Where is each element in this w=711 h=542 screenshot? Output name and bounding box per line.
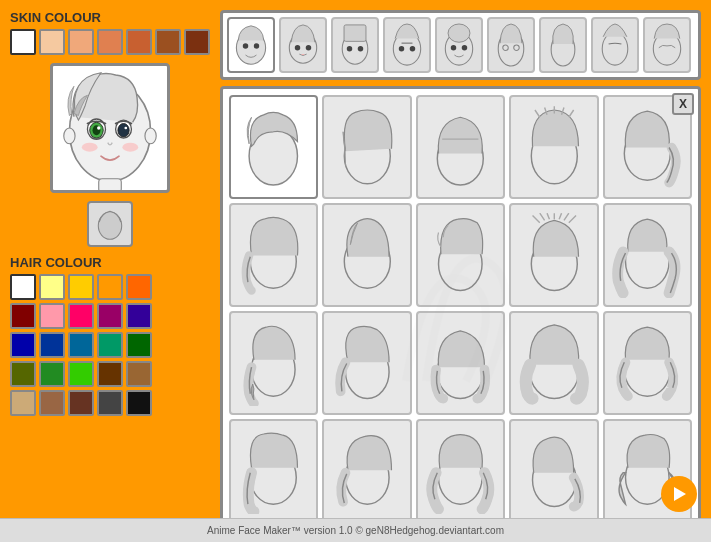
svg-point-10	[64, 128, 75, 144]
skin-swatch-1[interactable]	[10, 29, 36, 55]
hair-style-11[interactable]	[229, 311, 318, 415]
hair-swatch-16[interactable]	[10, 361, 36, 387]
svg-point-18	[295, 45, 300, 50]
skin-swatch-5[interactable]	[126, 29, 152, 55]
hair-style-6[interactable]	[229, 203, 318, 307]
hair-swatches	[10, 274, 210, 416]
face-shape-5[interactable]	[435, 17, 483, 73]
bottom-bar: Anime Face Maker™ version 1.0 © geN8Hedg…	[0, 518, 711, 542]
hair-style-2[interactable]	[322, 95, 411, 199]
hair-style-14[interactable]	[509, 311, 598, 415]
hair-style-7[interactable]	[322, 203, 411, 307]
hair-swatch-7[interactable]	[39, 303, 65, 329]
svg-point-15	[243, 43, 248, 48]
hair-swatch-2[interactable]	[39, 274, 65, 300]
hair-swatch-8[interactable]	[68, 303, 94, 329]
hair-style-10[interactable]	[603, 203, 692, 307]
skin-swatch-7[interactable]	[184, 29, 210, 55]
hair-swatch-23[interactable]	[68, 390, 94, 416]
face-shape-4[interactable]	[383, 17, 431, 73]
skin-swatches	[10, 29, 210, 55]
svg-point-26	[399, 46, 404, 51]
hair-style-12[interactable]	[322, 311, 411, 415]
hair-icon-svg	[92, 206, 128, 242]
svg-point-16	[254, 43, 259, 48]
skin-swatch-3[interactable]	[68, 29, 94, 55]
hair-swatch-4[interactable]	[97, 274, 123, 300]
app-container: SKIN COLOUR	[0, 0, 711, 542]
face-shape-3[interactable]	[331, 17, 379, 73]
svg-point-22	[347, 46, 352, 51]
hair-style-17[interactable]	[322, 419, 411, 523]
hair-colour-section: HAIR COLOUR	[10, 255, 210, 416]
hair-colour-label: HAIR COLOUR	[10, 255, 210, 270]
svg-point-4	[97, 126, 100, 129]
app-credit: Anime Face Maker™ version 1.0 © geN8Hedg…	[10, 525, 701, 536]
hair-style-18[interactable]	[416, 419, 505, 523]
hair-swatch-13[interactable]	[68, 332, 94, 358]
svg-point-23	[358, 46, 363, 51]
hair-swatch-21[interactable]	[10, 390, 36, 416]
hair-style-19[interactable]	[509, 419, 598, 523]
hair-swatch-24[interactable]	[97, 390, 123, 416]
hair-swatch-6[interactable]	[10, 303, 36, 329]
skin-colour-label: SKIN COLOUR	[10, 10, 210, 25]
skin-swatch-6[interactable]	[155, 29, 181, 55]
hair-swatch-5[interactable]	[126, 274, 152, 300]
skin-swatch-4[interactable]	[97, 29, 123, 55]
hair-swatch-15[interactable]	[126, 332, 152, 358]
hair-swatch-22[interactable]	[39, 390, 65, 416]
hair-swatch-11[interactable]	[10, 332, 36, 358]
svg-rect-12	[99, 179, 122, 190]
hair-swatch-25[interactable]	[126, 390, 152, 416]
hair-swatch-12[interactable]	[39, 332, 65, 358]
hair-swatch-14[interactable]	[97, 332, 123, 358]
hair-style-13[interactable]	[416, 311, 505, 415]
hair-swatch-17[interactable]	[39, 361, 65, 387]
hair-swatch-9[interactable]	[97, 303, 123, 329]
svg-rect-21	[344, 25, 366, 41]
hair-swatch-18[interactable]	[68, 361, 94, 387]
svg-point-11	[145, 128, 156, 144]
close-button[interactable]: X	[672, 93, 694, 115]
hair-style-9[interactable]	[509, 203, 598, 307]
hair-swatch-3[interactable]	[68, 274, 94, 300]
face-shape-7[interactable]	[539, 17, 587, 73]
hair-style-16[interactable]	[229, 419, 318, 523]
hair-grid-panel: X	[220, 86, 701, 532]
svg-point-29	[448, 24, 470, 42]
face-shape-8[interactable]	[591, 17, 639, 73]
svg-point-6	[118, 123, 129, 137]
face-shape-9[interactable]	[643, 17, 691, 73]
hair-style-8[interactable]	[416, 203, 505, 307]
face-shapes-row	[220, 10, 701, 80]
skin-colour-section: SKIN COLOUR	[10, 10, 210, 55]
svg-point-27	[410, 46, 415, 51]
svg-point-36	[602, 32, 628, 65]
svg-point-30	[451, 45, 456, 50]
left-panel: SKIN COLOUR	[10, 10, 210, 532]
svg-point-9	[122, 143, 138, 152]
hair-swatch-20[interactable]	[126, 361, 152, 387]
next-arrow-icon	[669, 484, 689, 504]
hair-swatch-19[interactable]	[97, 361, 123, 387]
hair-style-3[interactable]	[416, 95, 505, 199]
hair-style-icon[interactable]	[87, 201, 133, 247]
face-svg	[53, 66, 167, 190]
hair-grid	[229, 95, 692, 523]
hair-style-4[interactable]	[509, 95, 598, 199]
svg-point-7	[124, 127, 127, 130]
face-shape-6[interactable]	[487, 17, 535, 73]
skin-swatch-2[interactable]	[39, 29, 65, 55]
face-preview	[50, 63, 170, 193]
hair-swatch-1[interactable]	[10, 274, 36, 300]
face-shape-1[interactable]	[227, 17, 275, 73]
hair-swatch-10[interactable]	[126, 303, 152, 329]
right-panel: X	[220, 10, 701, 532]
svg-point-31	[462, 45, 467, 50]
next-arrow-button[interactable]	[661, 476, 697, 512]
hair-style-15[interactable]	[603, 311, 692, 415]
svg-point-19	[306, 45, 311, 50]
hair-style-1[interactable]	[229, 95, 318, 199]
face-shape-2[interactable]	[279, 17, 327, 73]
